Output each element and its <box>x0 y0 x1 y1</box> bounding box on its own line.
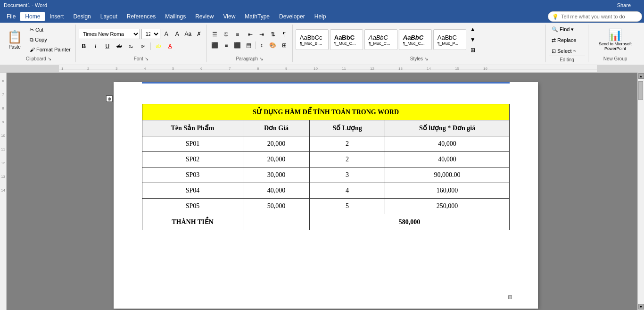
send-label: Send to Microsoft PowerPoint <box>594 42 636 51</box>
style-4[interactable]: AaBbC ¶_Muc_C... <box>399 29 432 50</box>
paragraph-controls: ☰ ① ≡ ⇤ ⇥ ⇅ ¶ ⬛ ≡ ⬛ ▤ ↕ 🎨 ⊞ <box>210 25 289 55</box>
font-size-select[interactable]: 12 <box>141 29 160 39</box>
cut-icon: ✂ <box>30 27 34 33</box>
document-page: ⊕ SỬ DỤNG HÀM ĐỂ TÍNH TOÁN TRONG WORD Tê… <box>114 82 538 309</box>
font-family-select[interactable]: Times New Roma <box>79 29 140 39</box>
menu-home[interactable]: Home <box>20 12 45 21</box>
ruler-right-margin <box>597 65 644 72</box>
table-move-handle[interactable]: ⊕ <box>106 95 113 102</box>
font-color-button[interactable]: A <box>165 42 175 51</box>
style-1[interactable]: AaBbCc ¶_Muc_Bi... <box>296 29 329 50</box>
find-button[interactable]: 🔍 Find ▾ <box>549 25 585 34</box>
menu-bar: File Home Insert Design Layout Reference… <box>0 10 644 23</box>
align-right-button[interactable]: ⬛ <box>232 41 243 50</box>
select-button[interactable]: ⊡ Select ~ <box>549 46 585 56</box>
cell-total-1: 40,000 <box>385 136 510 152</box>
menu-mathtype[interactable]: MathType <box>240 12 274 21</box>
menu-design[interactable]: Design <box>68 12 95 21</box>
line-spacing-button[interactable]: ↕ <box>256 41 267 50</box>
style-5[interactable]: AaBbC ¶_Muc_P... <box>433 29 466 50</box>
menu-mailings[interactable]: Mailings <box>160 12 190 21</box>
styles-nav: ▲ ▼ ⊞ <box>468 25 478 55</box>
cell-product-3: SP03 <box>142 168 243 183</box>
cell-price-5: 50,000 <box>243 199 309 214</box>
table-row: SP04 40,000 4 160,000 <box>142 183 510 199</box>
table-row: SP02 20,000 2 40,000 <box>142 152 510 168</box>
underline-button[interactable]: U <box>102 42 113 51</box>
find-label: Find <box>560 26 570 32</box>
font-expand-icon[interactable]: ↘ <box>145 56 149 61</box>
show-marks-button[interactable]: ¶ <box>279 30 289 39</box>
strikethrough-button[interactable]: ab <box>114 42 124 51</box>
style-2[interactable]: AaBbC ¶_Muc_C... <box>330 29 363 50</box>
cut-button[interactable]: ✂ Cut <box>27 25 74 34</box>
styles-down-button[interactable]: ▼ <box>468 35 478 44</box>
style-3[interactable]: AaBbC ¶_Muc_C... <box>364 29 397 50</box>
scroll-up-button[interactable]: ▲ <box>638 73 644 79</box>
menu-references[interactable]: References <box>122 12 160 21</box>
format-painter-button[interactable]: 🖌 Format Painter <box>27 45 74 54</box>
menu-file[interactable]: File <box>2 12 20 21</box>
header-total: Số lượng * Đơn giá <box>385 120 510 136</box>
menu-help[interactable]: Help <box>310 12 331 21</box>
align-left-button[interactable]: ⬛ <box>210 41 220 50</box>
title-bar: Document1 - Word Share <box>0 0 644 10</box>
table-header-row: Tên Sản Phẩm Đơn Giá Số Lượng Số lượng *… <box>142 120 510 136</box>
table-resize-handle[interactable] <box>508 295 512 299</box>
paste-label: Paste <box>8 44 21 50</box>
bold-button[interactable]: B <box>79 42 89 51</box>
tell-me-input[interactable]: 💡 Tell me what you want to do <box>548 11 642 22</box>
bullets-button[interactable]: ☰ <box>210 30 220 39</box>
italic-button[interactable]: I <box>91 42 101 51</box>
highlight-button[interactable]: ab <box>153 42 164 51</box>
sort-button[interactable]: ⇅ <box>268 30 278 39</box>
multilevel-button[interactable]: ≡ <box>232 30 243 39</box>
subscript-button[interactable]: x₂ <box>126 42 136 51</box>
scroll-down-button[interactable]: ▼ <box>638 304 644 310</box>
numbering-button[interactable]: ① <box>221 30 231 39</box>
align-center-button[interactable]: ≡ <box>221 41 231 50</box>
paste-button[interactable]: 📋 Paste <box>4 28 25 51</box>
scroll-thumb[interactable] <box>638 81 643 100</box>
document-area: 6 7 8 9 10 11 12 13 14 ⊕ SỬ DỤNG HÀM ĐỂ … <box>0 73 644 310</box>
menu-insert[interactable]: Insert <box>45 12 68 21</box>
paragraph-row1: ☰ ① ≡ ⇤ ⇥ ⇅ ¶ <box>210 30 289 39</box>
separator <box>150 42 151 50</box>
font-case-button[interactable]: Aa <box>183 29 193 39</box>
justify-button[interactable]: ▤ <box>244 41 254 50</box>
menu-layout[interactable]: Layout <box>96 12 122 21</box>
cell-total-5: 250,000 <box>385 199 510 214</box>
replace-button[interactable]: ⇄ Replace <box>549 35 585 45</box>
increase-indent-button[interactable]: ⇥ <box>256 30 267 39</box>
superscript-button[interactable]: x² <box>138 42 148 51</box>
send-to-powerpoint-button[interactable]: 📊 Send to Microsoft PowerPoint <box>591 26 639 53</box>
borders-button[interactable]: ⊞ <box>279 41 289 50</box>
cell-qty-2: 2 <box>310 152 385 168</box>
menu-review[interactable]: Review <box>190 12 218 21</box>
menu-developer[interactable]: Developer <box>274 12 310 21</box>
clipboard-expand-icon[interactable]: ↘ <box>48 56 51 61</box>
styles-up-button[interactable]: ▲ <box>468 25 478 34</box>
copy-button[interactable]: ⧉ Copy <box>27 35 74 44</box>
menu-view[interactable]: View <box>219 12 240 21</box>
tell-me-area: 💡 Tell me what you want to do <box>548 11 642 22</box>
styles-expand-icon[interactable]: ↘ <box>424 56 428 61</box>
font-grow-button[interactable]: A <box>162 29 171 39</box>
font-clear-button[interactable]: ✗ <box>194 29 204 39</box>
paragraph-row2: ⬛ ≡ ⬛ ▤ ↕ 🎨 ⊞ <box>210 41 289 50</box>
copy-label: Copy <box>35 37 47 42</box>
font-format-row: B I U ab x₂ x² ab A <box>79 42 204 51</box>
scroll-track <box>638 79 644 304</box>
ruler: 1 2 3 4 5 6 7 8 9 10 11 12 13 14 15 16 <box>0 65 644 73</box>
shading-button[interactable]: 🎨 <box>268 41 278 50</box>
cell-qty-3: 3 <box>310 168 385 183</box>
share-button[interactable]: Share <box>611 0 636 10</box>
header-price: Đơn Giá <box>243 120 309 136</box>
replace-label: Replace <box>557 37 576 43</box>
vertical-scrollbar[interactable]: ▲ ▼ <box>637 73 644 310</box>
paragraph-expand-icon[interactable]: ↘ <box>259 56 263 61</box>
styles-expand-button[interactable]: ⊞ <box>468 45 478 55</box>
separator3 <box>255 42 256 49</box>
font-shrink-button[interactable]: A <box>173 29 182 39</box>
decrease-indent-button[interactable]: ⇤ <box>245 30 256 39</box>
